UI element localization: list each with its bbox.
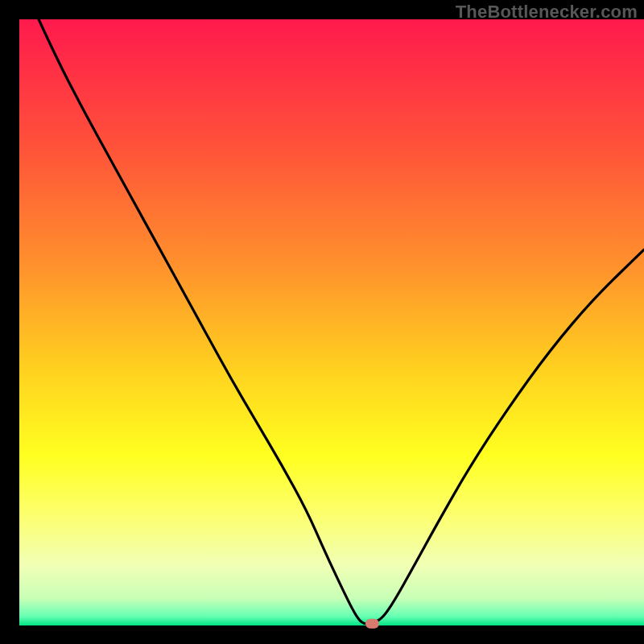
bottleneck-chart: TheBottlenecker.com xyxy=(0,0,644,644)
minimum-marker xyxy=(365,619,379,629)
chart-svg xyxy=(0,0,644,644)
plot-background xyxy=(19,19,644,625)
watermark-text: TheBottlenecker.com xyxy=(456,2,638,23)
